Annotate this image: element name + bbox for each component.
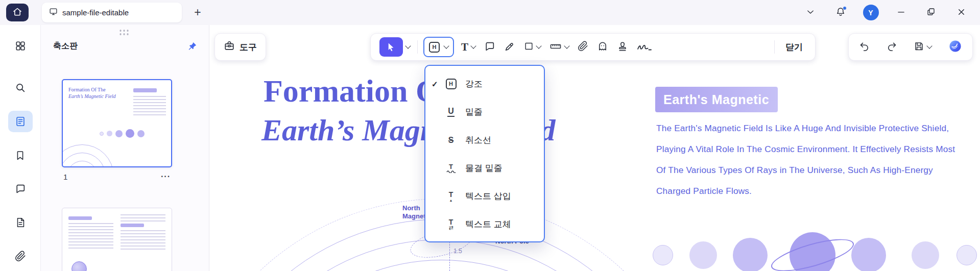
replace-text-icon: T⇄	[443, 218, 459, 231]
ai-assistant-button[interactable]	[947, 38, 964, 56]
menu-item-highlight[interactable]: ✓ H 강조	[425, 70, 544, 98]
decor-circle	[851, 238, 886, 271]
pin-icon[interactable]	[185, 40, 199, 52]
attachments-icon[interactable]	[8, 245, 33, 267]
shape-tool[interactable]	[522, 40, 542, 54]
page-1-number: 1	[63, 173, 67, 181]
history-toolbar	[848, 33, 973, 61]
thumb2-right-column	[121, 214, 165, 252]
menu-item-underline[interactable]: U 밑줄	[425, 98, 544, 126]
page-1-more-button[interactable]: ···	[160, 172, 172, 181]
thumb2-left-column	[68, 214, 113, 251]
undo-button[interactable]	[857, 39, 871, 55]
page-1-thumbnail[interactable]: Formation Of The Earth’s Magnetic Field	[62, 79, 172, 167]
titlebar: sample-file-editable + Y	[0, 0, 980, 25]
home-button[interactable]	[6, 4, 29, 21]
search-icon[interactable]	[8, 77, 33, 98]
restore-button[interactable]	[922, 4, 940, 21]
check-icon: ✓	[432, 80, 443, 89]
attach-tool[interactable]	[576, 39, 590, 55]
collapse-toolbar-button[interactable]	[802, 4, 819, 21]
avatar: Y	[863, 5, 879, 20]
comment-icon	[484, 41, 495, 54]
home-icon	[12, 7, 22, 18]
ai-icon	[948, 39, 962, 55]
decor-circle	[912, 241, 939, 269]
underline-icon: U	[443, 107, 459, 117]
marker-icon	[504, 41, 515, 54]
document-tab[interactable]: sample-file-editable	[42, 3, 182, 22]
redo-icon	[887, 41, 897, 53]
thumb-circles	[100, 129, 145, 138]
section-heading-highlight: Earth's Magnetic	[655, 87, 778, 112]
apps-grid-icon[interactable]	[8, 35, 33, 57]
marker-tool[interactable]	[503, 39, 517, 55]
text-tool[interactable]: T	[460, 40, 477, 54]
save-button[interactable]	[912, 39, 933, 55]
select-tool[interactable]	[378, 36, 412, 58]
signature-tool[interactable]	[635, 40, 654, 55]
body-line: The Earth's Magnetic Field Is Like A Hug…	[656, 118, 955, 139]
bookmarks-icon[interactable]	[8, 144, 33, 166]
panel-title: 축소판	[53, 41, 78, 52]
close-toolbar-button[interactable]: 닫기	[780, 41, 808, 53]
chevron-down-icon	[405, 43, 411, 48]
redo-button[interactable]	[885, 39, 899, 55]
page-2-thumbnail[interactable]	[62, 208, 172, 271]
measure-tool[interactable]	[548, 39, 570, 56]
section-heading: Earth's Magnetic	[663, 92, 769, 107]
body-line: Charged Particle Flows.	[656, 181, 955, 202]
body-line: Of The Various Types Of Rays in The Univ…	[656, 160, 955, 181]
titlebar-controls: Y	[802, 0, 980, 25]
close-window-button[interactable]	[952, 4, 970, 21]
thumbnails-panel-icon[interactable]	[8, 111, 33, 132]
highlight-tool-active[interactable]: H	[423, 37, 454, 57]
ruler-icon	[549, 40, 562, 54]
comments-icon[interactable]	[8, 178, 33, 200]
chevron-down-icon	[443, 43, 449, 48]
left-icon-sidebar	[0, 25, 41, 271]
comment-tool[interactable]	[483, 39, 497, 55]
undo-icon	[859, 41, 870, 53]
strikethrough-icon: S	[443, 136, 459, 144]
chevron-down-icon	[806, 7, 815, 18]
page-summary-icon[interactable]	[8, 212, 33, 233]
restore-icon	[926, 7, 936, 18]
thumbnails-panel: 축소판 Formation Of The Earth’s Magnetic Fi…	[41, 25, 209, 271]
cursor-icon	[379, 37, 403, 57]
page-1-row: 1 ···	[63, 172, 172, 181]
pdf-editor-window: sample-file-editable + Y	[0, 0, 980, 271]
minimize-icon	[896, 7, 906, 18]
toolbar-divider	[774, 40, 775, 54]
tools-label: 도구	[240, 41, 257, 53]
menu-item-squiggly-underline[interactable]: T 물결 밑줄	[425, 154, 544, 182]
thumb-title: Formation Of The Earth’s Magnetic Field	[68, 86, 116, 100]
menu-item-insert-text[interactable]: T▲ 텍스트 삽입	[425, 182, 544, 210]
menu-item-label: 밑줄	[465, 106, 483, 118]
insert-text-icon: T▲	[443, 191, 459, 202]
document-body-text: The Earth's Magnetic Field Is Like A Hug…	[656, 118, 955, 202]
tools-button[interactable]: 도구	[214, 33, 266, 61]
menu-item-replace-text[interactable]: T⇄ 텍스트 교체	[425, 210, 544, 238]
chevron-down-icon	[564, 43, 569, 48]
highlight-style-menu: ✓ H 강조 U 밑줄 S 취소선 T 물결 밑줄	[424, 65, 545, 242]
menu-item-label: 텍스트 교체	[465, 218, 511, 230]
panel-drag-handle[interactable]	[119, 30, 130, 37]
decor-circle	[957, 245, 977, 265]
highlight-icon: H	[429, 42, 440, 53]
sticker-tool[interactable]	[595, 39, 610, 55]
ghost-sticker-icon	[597, 41, 608, 54]
new-tab-button[interactable]: +	[190, 5, 205, 20]
notifications-button[interactable]	[832, 4, 849, 21]
paperclip-icon	[578, 41, 588, 53]
stamp-tool[interactable]	[615, 39, 630, 55]
user-avatar[interactable]: Y	[862, 4, 879, 21]
square-icon	[524, 41, 534, 53]
tab-monitor-icon	[49, 7, 58, 18]
chevron-down-icon	[927, 43, 933, 48]
tab-title: sample-file-editable	[62, 8, 129, 17]
menu-item-strikethrough[interactable]: S 취소선	[425, 126, 544, 154]
minimize-button[interactable]	[892, 4, 910, 21]
thumb-text-lines	[133, 88, 166, 117]
notification-dot	[843, 6, 847, 10]
